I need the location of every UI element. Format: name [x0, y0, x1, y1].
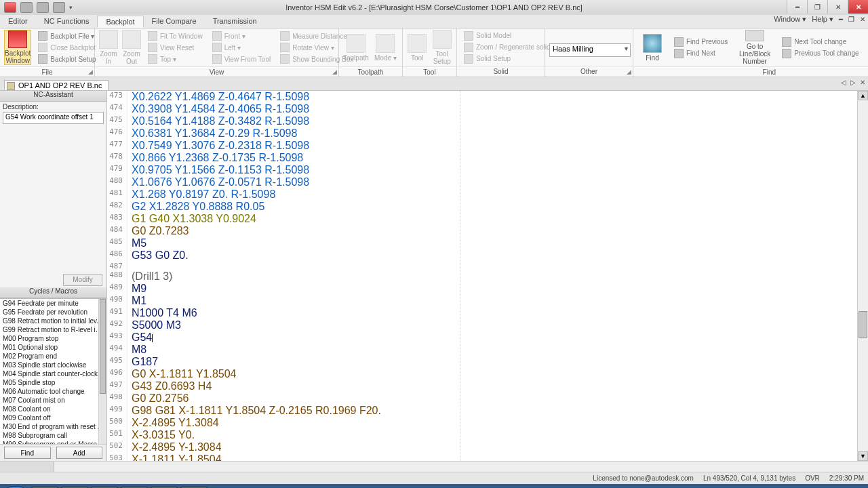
code-line[interactable]: 494M8 — [107, 344, 857, 356]
editor-vscrollbar[interactable]: ▲ ▼ — [857, 91, 868, 461]
find-button[interactable]: Find — [637, 30, 667, 65]
mdi-minimize-icon[interactable]: ━ — [839, 16, 843, 23]
macro-item[interactable]: M05 Spindle stop — [0, 378, 106, 387]
code-line[interactable]: 489M9 — [107, 283, 857, 295]
code-line[interactable]: 503X-1.1811 Y-1.8504 — [107, 453, 857, 461]
goto-line-button[interactable]: Go to Line/Block Number — [734, 30, 775, 65]
code-editor[interactable]: 473X0.2622 Y1.4869 Z-0.4647 R-1.5098474X… — [107, 91, 868, 461]
machine-combo[interactable]: Haas Milling — [549, 43, 631, 57]
code-line[interactable]: 483G1 G40 X1.3038 Y0.9024 — [107, 213, 857, 225]
macro-item[interactable]: G98 Retract motion to initial lev... — [0, 317, 106, 325]
code-line[interactable]: 495G187 — [107, 356, 857, 368]
code-line[interactable]: 473X0.2622 Y1.4869 Z-0.4647 R-1.5098 — [107, 91, 857, 103]
inner-close-button[interactable]: ✕ — [827, 0, 848, 14]
code-line[interactable]: 475X0.5164 Y1.4188 Z-0.3482 R-1.5098 — [107, 115, 857, 127]
macro-item[interactable]: M01 Optional stop — [0, 343, 106, 352]
view-reset-button[interactable]: View Reset — [145, 42, 205, 53]
macro-item[interactable]: M03 Spindle start clockwise — [0, 361, 106, 369]
ribbon-tab-nc-functions[interactable]: NC Functions — [36, 16, 98, 28]
macros-list[interactable]: G94 Feedrate per minuteG95 Feedrate per … — [0, 298, 106, 445]
code-line[interactable]: 486G53 G0 Z0. — [107, 249, 857, 262]
document-tab[interactable]: OP1 AND OP2 REV B.nc — [4, 80, 108, 90]
editor-hscrollbar[interactable] — [0, 461, 868, 472]
qat-open-icon[interactable] — [37, 2, 49, 13]
scroll-down-icon[interactable]: ▼ — [858, 451, 868, 461]
tab-next-icon[interactable]: ▷ — [850, 79, 856, 86]
code-line[interactable]: 502X-2.4895 Y-1.3084 — [107, 441, 857, 453]
code-line[interactable]: 501X-3.0315 Y0. — [107, 429, 857, 441]
macro-item[interactable]: M00 Program stop — [0, 334, 106, 343]
front-view-button[interactable]: Front ▾ — [210, 30, 274, 41]
window-menu[interactable]: Window ▾ — [774, 15, 806, 24]
ribbon-tab-transmission[interactable]: Transmission — [205, 16, 265, 28]
prev-tool-change-button[interactable]: Previous Tool change — [779, 48, 861, 59]
tool-setup-button[interactable]: Tool Setup — [432, 30, 453, 65]
code-line[interactable]: 488(Drill1 3) — [107, 270, 857, 283]
macro-item[interactable]: M07 Coolant mist on — [0, 396, 106, 405]
minimize-button[interactable]: ━ — [787, 0, 807, 14]
toolpath-mode-button[interactable]: Mode ▾ — [373, 30, 398, 65]
code-line[interactable]: 492S5000 M3 — [107, 319, 857, 331]
macro-item[interactable]: M30 End of program with reset ... — [0, 422, 106, 431]
code-line[interactable]: 500X-2.4895 Y1.3084 — [107, 417, 857, 429]
code-line[interactable]: 498G0 Z0.2756 — [107, 392, 857, 405]
tab-close-icon[interactable]: ✕ — [860, 79, 865, 86]
view-launcher-icon[interactable]: ◢ — [332, 68, 337, 75]
other-launcher-icon[interactable]: ◢ — [627, 68, 631, 75]
find-next-button[interactable]: Find Next — [671, 48, 730, 59]
tool-button[interactable]: Tool — [407, 30, 428, 65]
code-line[interactable]: 474X0.3908 Y1.4584 Z-0.4065 R-1.5098 — [107, 103, 857, 115]
code-line[interactable]: 499G98 G81 X-1.1811 Y1.8504 Z-0.2165 R0.… — [107, 405, 857, 417]
backplot-file-button[interactable]: Backplot File ▾ — [35, 30, 98, 41]
qat-print-icon[interactable] — [53, 2, 65, 13]
backplot-window-button[interactable]: Backplot Window — [4, 30, 31, 65]
mdi-close-icon[interactable]: ✕ — [860, 16, 865, 23]
file-launcher-icon[interactable]: ◢ — [88, 68, 93, 75]
description-field[interactable]: G54 Work coordinate offset 1 — [3, 112, 104, 124]
code-line[interactable]: 477X0.7549 Y1.3076 Z-0.2318 R-1.5098 — [107, 140, 857, 152]
macro-item[interactable]: M06 Automatic tool change — [0, 387, 106, 396]
code-line[interactable]: 478X0.866 Y1.2368 Z-0.1735 R-1.5098 — [107, 152, 857, 164]
restore-button[interactable]: ❐ — [807, 0, 827, 14]
find-previous-button[interactable]: Find Previous — [671, 37, 730, 47]
macro-item[interactable]: M08 Coolant on — [0, 405, 106, 413]
qat-dropdown-icon[interactable]: ▾ — [69, 4, 73, 11]
qat-save-icon[interactable] — [20, 2, 33, 13]
view-from-tool-button[interactable]: View From Tool — [210, 54, 274, 64]
macro-item[interactable]: G99 Retract motion to R-level in... — [0, 325, 106, 334]
macro-item[interactable]: M09 Coolant off — [0, 413, 106, 422]
code-line[interactable]: 476X0.6381 Y1.3684 Z-0.29 R-1.5098 — [107, 127, 857, 140]
solid-model-button[interactable]: Solid Model — [461, 30, 553, 41]
mdi-restore-icon[interactable]: ❐ — [848, 16, 854, 23]
code-line[interactable]: 482G2 X1.2828 Y0.8888 R0.05 — [107, 201, 857, 213]
tab-prev-icon[interactable]: ◁ — [841, 79, 846, 86]
code-line[interactable]: 479X0.9705 Y1.1566 Z-0.1153 R-1.5098 — [107, 164, 857, 176]
code-line[interactable]: 493G54 — [107, 331, 857, 344]
zoom-out-button[interactable]: Zoom Out — [122, 30, 141, 65]
code-line[interactable]: 487 — [107, 262, 857, 270]
regenerate-button[interactable]: Zoom / Regenerate solid — [461, 42, 553, 53]
macro-item[interactable]: G94 Feedrate per minute — [0, 299, 106, 308]
code-line[interactable]: 484G0 Z0.7283 — [107, 225, 857, 237]
macro-item[interactable]: M99 Subprogram end or Macro ... — [0, 440, 106, 445]
other-icon-6[interactable] — [614, 30, 625, 41]
split-divider[interactable] — [460, 91, 460, 461]
backplot-setup-button[interactable]: Backplot Setup — [35, 54, 98, 64]
code-line[interactable]: 496G0 X-1.1811 Y1.8504 — [107, 368, 857, 380]
next-tool-change-button[interactable]: Next Tool change — [779, 37, 861, 47]
other-icon-3[interactable] — [575, 30, 586, 41]
left-view-button[interactable]: Left ▾ — [210, 42, 274, 53]
ribbon-tab-backplot[interactable]: Backplot — [97, 16, 143, 28]
toolpath-button[interactable]: Toolpath — [343, 30, 369, 65]
code-line[interactable]: 485M5 — [107, 237, 857, 249]
close-button[interactable]: ✕ — [848, 0, 868, 14]
code-line[interactable]: 480X1.0676 Y1.0676 Z-0.0571 R-1.5098 — [107, 176, 857, 188]
macro-item[interactable]: M04 Spindle start counter-clock... — [0, 369, 106, 378]
macro-item[interactable]: G95 Feedrate per revolution — [0, 308, 106, 317]
ribbon-tab-file-compare[interactable]: File Compare — [144, 16, 205, 28]
code-line[interactable]: 491N1000 T4 M6 — [107, 307, 857, 319]
add-macro-button[interactable]: Add — [56, 447, 103, 459]
macros-scrollbar[interactable] — [98, 299, 106, 445]
zoom-in-button[interactable]: Zoom In — [99, 30, 118, 65]
toolpath-stats-button[interactable]: Toolpath Statistics — [866, 30, 868, 65]
